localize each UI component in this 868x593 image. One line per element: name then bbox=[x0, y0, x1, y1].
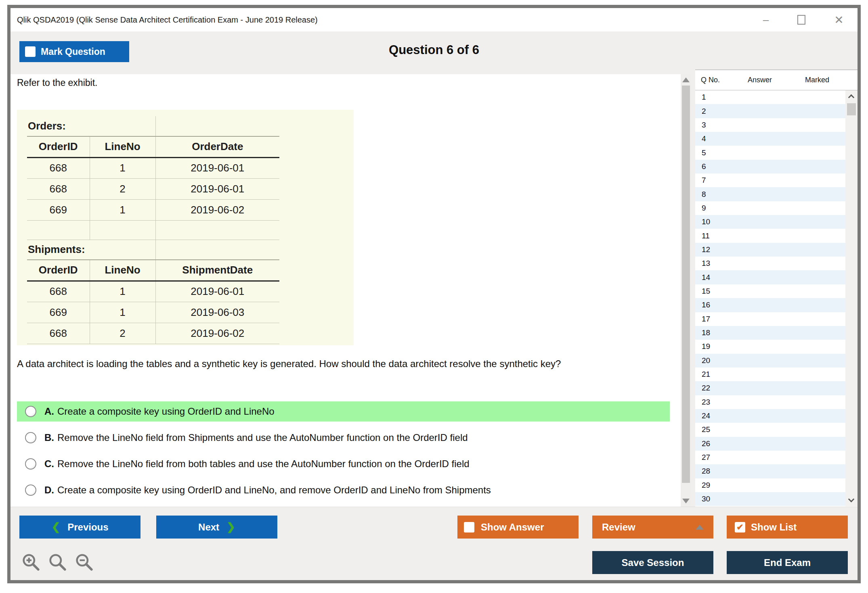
spacer-row bbox=[27, 220, 279, 240]
save-session-button[interactable]: Save Session bbox=[592, 551, 713, 574]
radio-a[interactable] bbox=[25, 406, 36, 417]
column-qno: Q No. bbox=[701, 76, 720, 84]
question-list-row[interactable]: 22 bbox=[695, 381, 845, 395]
option-c-text: Remove the LineNo field from both tables… bbox=[57, 458, 470, 469]
question-number: 24 bbox=[702, 411, 710, 420]
zoom-out-icon[interactable] bbox=[74, 552, 94, 572]
next-button[interactable]: Next ❯ bbox=[156, 516, 277, 539]
refer-text: Refer to the exhibit. bbox=[17, 77, 97, 88]
end-exam-button[interactable]: End Exam bbox=[727, 551, 848, 574]
question-list-row[interactable]: 3 bbox=[695, 118, 845, 132]
show-list-label: Show List bbox=[751, 522, 797, 533]
previous-label: Previous bbox=[67, 522, 108, 533]
shipments-table-body: 668 1 2019-06-01 669 1 2019-06-03 668 2 … bbox=[27, 281, 279, 344]
radio-c[interactable] bbox=[25, 458, 36, 470]
question-list-row[interactable]: 12 bbox=[695, 243, 845, 257]
question-list-row[interactable]: 8 bbox=[695, 187, 845, 201]
question-number: 18 bbox=[702, 328, 710, 337]
question-list-row[interactable]: 28 bbox=[695, 464, 845, 478]
question-list-row[interactable]: 17 bbox=[695, 312, 845, 326]
magnifier-icon[interactable] bbox=[48, 552, 68, 572]
scroll-up-icon[interactable] bbox=[682, 77, 690, 82]
option-a-letter: A. bbox=[44, 406, 54, 417]
radio-d[interactable] bbox=[25, 484, 36, 496]
question-list-row[interactable]: 6 bbox=[695, 160, 845, 173]
question-list-row[interactable]: 30 bbox=[695, 492, 845, 506]
question-list-row[interactable]: 5 bbox=[695, 146, 845, 159]
show-answer-checkbox[interactable] bbox=[464, 522, 474, 532]
question-list-row[interactable]: 7 bbox=[695, 173, 845, 187]
show-list-button[interactable]: ✔ Show List bbox=[727, 516, 848, 539]
exhibit-image: Orders: OrderID LineNo OrderDate 668 1 2… bbox=[17, 110, 354, 345]
option-b[interactable]: B.Remove the LineNo field from Shipments… bbox=[17, 428, 670, 448]
question-number: 15 bbox=[702, 287, 710, 296]
question-list-row[interactable]: 15 bbox=[695, 284, 845, 298]
question-list-row[interactable]: 10 bbox=[695, 215, 845, 229]
question-list-row[interactable]: 2 bbox=[695, 104, 845, 118]
shipments-label-row: Shipments: bbox=[27, 240, 279, 260]
next-label: Next bbox=[198, 522, 219, 533]
orders-label-row: Orders: bbox=[27, 116, 279, 136]
question-list-row[interactable]: 14 bbox=[695, 270, 845, 284]
question-number: 1 bbox=[702, 93, 706, 102]
close-icon[interactable]: ✕ bbox=[833, 8, 845, 31]
question-number: 26 bbox=[702, 439, 710, 448]
chevron-left-icon: ❮ bbox=[51, 521, 60, 533]
question-list-row[interactable]: 13 bbox=[695, 257, 845, 270]
question-list-row[interactable]: 19 bbox=[695, 340, 845, 353]
previous-button[interactable]: ❮ Previous bbox=[19, 516, 140, 539]
show-answer-button[interactable]: Show Answer bbox=[457, 516, 579, 539]
question-number: 16 bbox=[702, 301, 710, 309]
question-number: 23 bbox=[702, 398, 710, 407]
question-list-row[interactable]: 18 bbox=[695, 326, 845, 340]
question-list-row[interactable]: 26 bbox=[695, 437, 845, 451]
question-list-row[interactable]: 25 bbox=[695, 423, 845, 436]
question-number: 5 bbox=[702, 148, 706, 157]
question-list-row[interactable]: 4 bbox=[695, 132, 845, 146]
scroll-down-icon[interactable] bbox=[848, 496, 855, 503]
minimize-icon[interactable]: – bbox=[760, 8, 772, 31]
scrollbar-thumb[interactable] bbox=[682, 86, 690, 483]
panel-gap bbox=[691, 74, 695, 507]
question-list-row[interactable]: 27 bbox=[695, 451, 845, 464]
table-row: 669 1 2019-06-02 bbox=[27, 199, 279, 220]
question-text: A data architect is loading the tables a… bbox=[17, 357, 661, 371]
question-number: 20 bbox=[702, 356, 710, 365]
table-row: 668 1 2019-06-01 bbox=[27, 281, 279, 302]
review-button[interactable]: Review bbox=[592, 516, 713, 539]
question-number: 19 bbox=[702, 342, 710, 351]
question-list-row[interactable]: 16 bbox=[695, 298, 845, 312]
option-d-text: Create a composite key using OrderID and… bbox=[57, 484, 491, 495]
window-title: Qlik QSDA2019 (Qlik Sense Data Architect… bbox=[17, 8, 318, 31]
question-number: 10 bbox=[702, 217, 710, 226]
question-list-row[interactable]: 23 bbox=[695, 395, 845, 409]
scroll-down-icon[interactable] bbox=[682, 499, 690, 503]
question-number: 7 bbox=[702, 176, 706, 185]
zoom-in-icon[interactable] bbox=[21, 552, 41, 572]
radio-b[interactable] bbox=[25, 432, 36, 443]
maximize-icon[interactable] bbox=[795, 8, 807, 31]
question-list-row[interactable]: 1 bbox=[695, 90, 845, 104]
question-list: 1 2 3 4 5 6 7 8 9 10 bbox=[695, 90, 858, 506]
chevron-right-icon: ❯ bbox=[226, 521, 235, 533]
question-list-row[interactable]: 24 bbox=[695, 409, 845, 423]
question-list-row[interactable]: 9 bbox=[695, 201, 845, 215]
option-c[interactable]: C.Remove the LineNo field from both tabl… bbox=[17, 454, 670, 474]
list-scrollbar[interactable] bbox=[845, 90, 858, 506]
show-list-checkbox[interactable]: ✔ bbox=[735, 522, 745, 532]
question-list-row[interactable]: 20 bbox=[695, 354, 845, 367]
question-list-row[interactable]: 21 bbox=[695, 367, 845, 381]
question-list-row[interactable]: 29 bbox=[695, 478, 845, 492]
scroll-up-icon[interactable] bbox=[848, 94, 855, 101]
option-d[interactable]: D.Create a composite key using OrderID a… bbox=[17, 480, 670, 500]
option-b-text: Remove the LineNo field from Shipments a… bbox=[57, 432, 468, 443]
option-b-letter: B. bbox=[44, 432, 54, 443]
shipments-label: Shipments: bbox=[27, 240, 155, 260]
zoom-controls bbox=[21, 552, 94, 572]
table-row: 668 1 2019-06-01 bbox=[27, 157, 279, 178]
option-a[interactable]: A.Create a composite key using OrderID a… bbox=[17, 401, 670, 422]
page-title: Question 6 of 6 bbox=[10, 43, 858, 57]
question-scrollbar[interactable] bbox=[681, 74, 691, 507]
question-list-row[interactable]: 11 bbox=[695, 229, 845, 242]
scrollbar-thumb[interactable] bbox=[847, 103, 856, 115]
